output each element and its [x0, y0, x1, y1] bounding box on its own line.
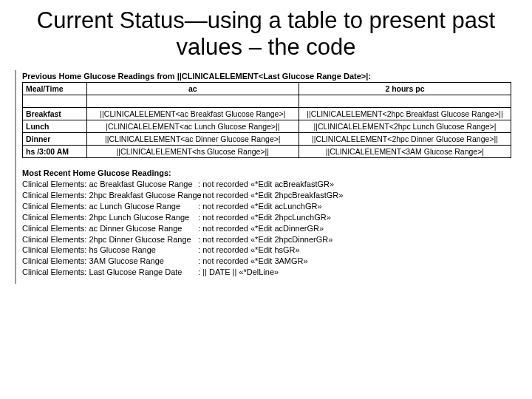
cell-meal: Dinner — [23, 133, 87, 146]
table-row — [23, 95, 511, 108]
list-item: Clinical Elements: hs Glucose Range : no… — [22, 245, 511, 256]
clinical-element-value: : not recorded «*Edit acBreakfastGR» — [198, 179, 334, 190]
cell-ac: ||CLINICALELEMENT<ac Breakfast Glucose R… — [86, 108, 299, 120]
cell-ac: |CLINICALELEMENT<ac Lunch Glucose Range>… — [86, 120, 299, 133]
table-row: Lunch |CLINICALELEMENT<ac Lunch Glucose … — [23, 120, 511, 133]
clinical-element-label: Clinical Elements: ac Dinner Glucose Ran… — [22, 223, 196, 234]
list-item: Clinical Elements: Last Glucose Range Da… — [22, 267, 511, 278]
recent-readings-heading: Most Recent Home Glucose Readings: — [22, 168, 511, 177]
table-row: Breakfast ||CLINICALELEMENT<ac Breakfast… — [23, 108, 511, 120]
glucose-table: Meal/Time ac 2 hours pc Breakfast ||CLIN… — [22, 82, 511, 158]
clinical-element-label: Clinical Elements: 2hpc Breakfast Glucos… — [22, 190, 196, 201]
cell-meal — [23, 95, 87, 108]
clinical-element-value: : not recorded «*Edit acLunchGR» — [198, 201, 322, 212]
cell-pc: ||CLINICALELEMENT<2hpc Lunch Glucose Ran… — [299, 120, 511, 133]
recent-readings-list: Clinical Elements: ac Breakfast Glucose … — [22, 179, 511, 278]
clinical-element-label: Clinical Elements: hs Glucose Range — [22, 245, 196, 256]
list-item: Clinical Elements: 2hpc Dinner Glucose R… — [22, 234, 511, 245]
cell-meal: hs /3:00 AM — [23, 146, 87, 158]
cell-pc: ||CLINICALELEMENT<3AM Glucose Range>| — [299, 146, 511, 158]
clinical-element-value: : not recorded «*Edit 2hpcDinnerGR» — [198, 234, 332, 245]
list-item: Clinical Elements: ac Breakfast Glucose … — [22, 179, 511, 190]
content-area: Previous Home Glucose Readings from ||CL… — [15, 70, 517, 284]
clinical-element-value: : not recorded «*Edit acDinnerGR» — [198, 223, 324, 234]
clinical-element-value: : not recorded «*Edit 3AMGR» — [198, 256, 308, 267]
slide: Current Status—using a table to present … — [0, 0, 532, 399]
col-header-pc: 2 hours pc — [299, 83, 511, 95]
clinical-element-value: : not recorded «*Edit hsGR» — [198, 245, 300, 256]
table-header-row: Meal/Time ac 2 hours pc — [23, 83, 511, 95]
clinical-element-label: Clinical Elements: 2hpc Lunch Glucose Ra… — [22, 212, 196, 223]
list-item: Clinical Elements: ac Lunch Glucose Rang… — [22, 201, 511, 212]
clinical-element-label: Clinical Elements: Last Glucose Range Da… — [22, 267, 196, 278]
slide-title: Current Status—using a table to present … — [15, 7, 517, 60]
clinical-element-label: Clinical Elements: ac Breakfast Glucose … — [22, 179, 196, 190]
list-item: Clinical Elements: ac Dinner Glucose Ran… — [22, 223, 511, 234]
clinical-element-value: : not recorded «*Edit 2hpcBreakfastGR» — [198, 190, 343, 201]
cell-pc: ||CLINICALELEMENT<2hpc Dinner Glucose Ra… — [299, 133, 511, 146]
previous-readings-heading: Previous Home Glucose Readings from ||CL… — [22, 72, 511, 81]
list-item: Clinical Elements: 2hpc Breakfast Glucos… — [22, 190, 511, 201]
list-item: Clinical Elements: 2hpc Lunch Glucose Ra… — [22, 212, 511, 223]
clinical-element-value: : not recorded «*Edit 2hpcLunchGR» — [198, 212, 331, 223]
clinical-element-label: Clinical Elements: ac Lunch Glucose Rang… — [22, 201, 196, 212]
cell-pc — [299, 95, 511, 108]
cell-ac: ||CLINICALELEMENT<hs Glucose Range>|| — [86, 146, 299, 158]
table-row: Dinner ||CLINICALELEMENT<ac Dinner Gluco… — [23, 133, 511, 146]
cell-ac: ||CLINICALELEMENT<ac Dinner Glucose Rang… — [86, 133, 299, 146]
col-header-ac: ac — [86, 83, 299, 95]
cell-ac — [86, 95, 299, 108]
cell-meal: Breakfast — [23, 108, 87, 120]
clinical-element-value: : || DATE || «*DelLine» — [198, 267, 279, 278]
cell-meal: Lunch — [23, 120, 87, 133]
table-row: hs /3:00 AM ||CLINICALELEMENT<hs Glucose… — [23, 146, 511, 158]
clinical-element-label: Clinical Elements: 2hpc Dinner Glucose R… — [22, 234, 196, 245]
list-item: Clinical Elements: 3AM Glucose Range : n… — [22, 256, 511, 267]
cell-pc: ||CLINICALELEMENT<2hpc Breakfast Glucose… — [299, 108, 511, 120]
clinical-element-label: Clinical Elements: 3AM Glucose Range — [22, 256, 196, 267]
col-header-meal: Meal/Time — [23, 83, 87, 95]
